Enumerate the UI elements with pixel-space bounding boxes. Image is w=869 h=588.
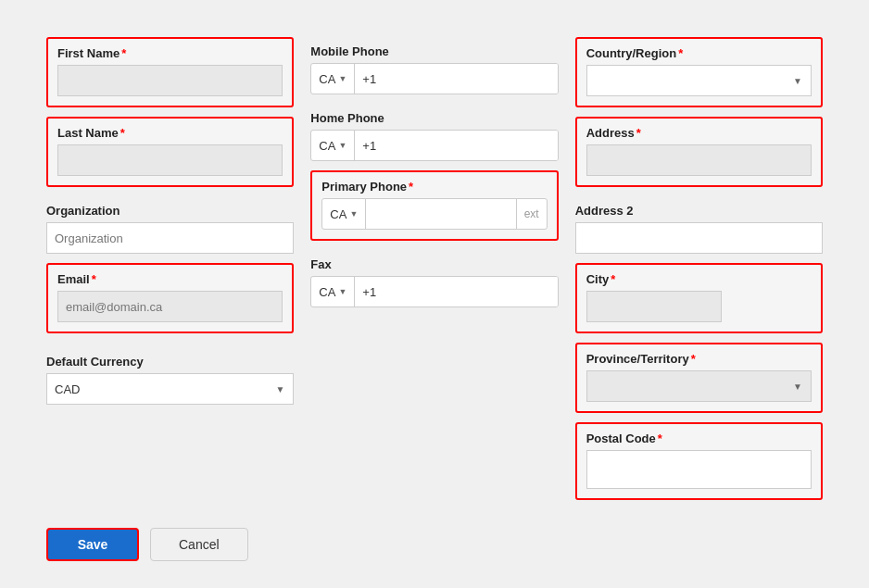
home-phone-chevron-icon: ▼ bbox=[338, 141, 346, 150]
country-region-select[interactable]: Canada United States bbox=[586, 65, 812, 96]
email-label: Email* bbox=[57, 272, 283, 286]
address-field: Address* bbox=[575, 117, 823, 187]
organization-label: Organization bbox=[46, 204, 294, 218]
required-star-4: * bbox=[409, 180, 413, 194]
email-input[interactable] bbox=[57, 291, 283, 322]
fax-chevron-icon: ▼ bbox=[338, 287, 346, 296]
mobile-phone-chevron-icon: ▼ bbox=[338, 74, 346, 83]
last-name-input[interactable] bbox=[57, 144, 283, 176]
postal-code-field: Postal Code* bbox=[575, 422, 823, 500]
province-territory-label: Province/Territory* bbox=[586, 352, 812, 366]
province-territory-field: Province/Territory* Ontario Quebec Briti… bbox=[575, 343, 823, 413]
city-field: City* bbox=[575, 263, 823, 333]
primary-phone-label: Primary Phone* bbox=[321, 180, 547, 194]
city-input[interactable] bbox=[586, 291, 722, 322]
form-container: First Name* Last Name* Organization bbox=[19, 19, 850, 588]
required-star-9: * bbox=[658, 432, 662, 445]
home-phone-country-code: CA bbox=[319, 139, 335, 153]
column-2: Mobile Phone CA ▼ +1 Home Phone bbox=[310, 37, 558, 307]
default-currency-label: Default Currency bbox=[46, 355, 294, 369]
column-1: First Name* Last Name* Organization bbox=[46, 37, 294, 405]
country-region-field: Country/Region* Canada United States ▼ bbox=[575, 37, 823, 107]
mobile-phone-field: Mobile Phone CA ▼ +1 bbox=[310, 37, 558, 94]
address2-field: Address 2 bbox=[575, 196, 823, 254]
fax-input-group: CA ▼ +1 bbox=[310, 276, 558, 307]
mobile-phone-input-group: CA ▼ +1 bbox=[310, 63, 558, 94]
first-name-input[interactable] bbox=[57, 65, 283, 96]
fax-field: Fax CA ▼ +1 bbox=[310, 250, 558, 307]
mobile-phone-country[interactable]: CA ▼ bbox=[311, 64, 355, 94]
required-star: * bbox=[121, 46, 126, 60]
actions-row: Save Cancel bbox=[46, 528, 823, 561]
address-label: Address* bbox=[586, 126, 812, 140]
home-phone-country[interactable]: CA ▼ bbox=[311, 131, 355, 160]
primary-phone-field: Primary Phone* CA ▼ ext bbox=[310, 170, 558, 241]
save-button[interactable]: Save bbox=[46, 528, 139, 561]
organization-input[interactable] bbox=[46, 222, 294, 254]
address-input[interactable] bbox=[586, 144, 812, 176]
required-star-6: * bbox=[636, 126, 641, 140]
fax-country-code: CA bbox=[319, 285, 335, 299]
last-name-label: Last Name* bbox=[57, 126, 283, 140]
home-phone-field: Home Phone CA ▼ +1 bbox=[310, 104, 558, 161]
home-phone-label: Home Phone bbox=[310, 111, 558, 125]
required-star-8: * bbox=[691, 352, 696, 366]
home-phone-input-group: CA ▼ +1 bbox=[310, 130, 558, 161]
first-name-field: First Name* bbox=[46, 37, 294, 107]
fax-dialcode: +1 bbox=[355, 285, 376, 299]
fax-label: Fax bbox=[310, 257, 558, 271]
primary-phone-input-group: CA ▼ ext bbox=[321, 198, 547, 230]
postal-code-input[interactable] bbox=[586, 450, 812, 489]
home-phone-number-input[interactable] bbox=[376, 130, 558, 161]
first-name-label: First Name* bbox=[57, 46, 283, 60]
default-currency-field: Default Currency CAD USD EUR ▼ bbox=[46, 347, 294, 405]
last-name-field: Last Name* bbox=[46, 117, 294, 187]
primary-phone-chevron-icon: ▼ bbox=[349, 209, 358, 219]
primary-phone-number-input[interactable] bbox=[366, 198, 515, 230]
address2-label: Address 2 bbox=[575, 204, 823, 218]
required-star-2: * bbox=[120, 126, 125, 140]
email-field: Email* bbox=[46, 263, 294, 333]
country-region-label: Country/Region* bbox=[586, 46, 812, 60]
organization-field: Organization bbox=[46, 196, 294, 254]
province-territory-select[interactable]: Ontario Quebec British Columbia Alberta bbox=[586, 370, 812, 402]
home-phone-dialcode: +1 bbox=[355, 139, 376, 153]
form-grid: First Name* Last Name* Organization bbox=[46, 37, 823, 500]
default-currency-select[interactable]: CAD USD EUR bbox=[46, 373, 294, 405]
city-label: City* bbox=[586, 272, 812, 286]
required-star-7: * bbox=[611, 272, 615, 286]
cancel-button[interactable]: Cancel bbox=[150, 528, 248, 561]
mobile-phone-number-input[interactable] bbox=[376, 63, 558, 94]
fax-country[interactable]: CA ▼ bbox=[311, 277, 355, 307]
primary-phone-country-code: CA bbox=[330, 207, 346, 221]
mobile-phone-country-code: CA bbox=[319, 72, 335, 86]
mobile-phone-dialcode: +1 bbox=[355, 72, 376, 86]
column-3: Country/Region* Canada United States ▼ A… bbox=[575, 37, 823, 500]
mobile-phone-label: Mobile Phone bbox=[310, 44, 558, 58]
address2-input[interactable] bbox=[575, 222, 823, 254]
postal-code-label: Postal Code* bbox=[586, 432, 812, 445]
required-star-5: * bbox=[678, 46, 683, 60]
primary-phone-ext: ext bbox=[516, 199, 547, 229]
required-star-3: * bbox=[92, 272, 96, 286]
primary-phone-country[interactable]: CA ▼ bbox=[322, 199, 366, 229]
fax-number-input[interactable] bbox=[376, 276, 558, 307]
